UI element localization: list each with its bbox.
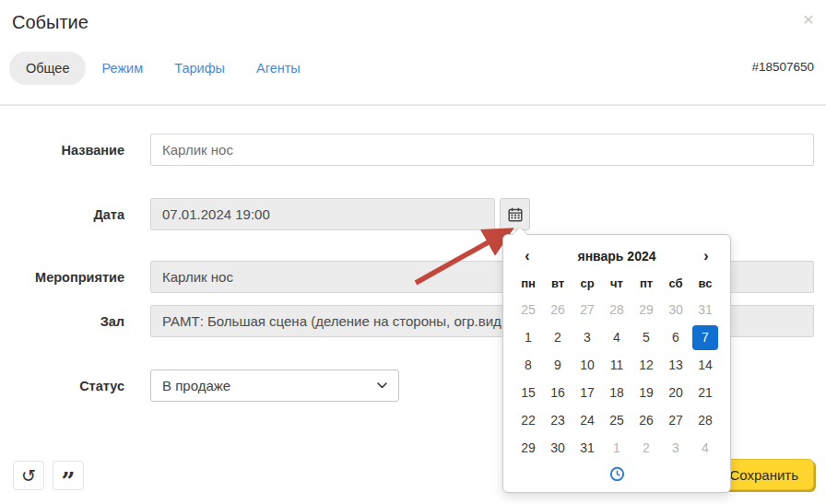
calendar-day[interactable]: 30 xyxy=(543,434,572,462)
calendar-day[interactable]: 2 xyxy=(631,434,661,462)
status-label: Статус xyxy=(0,379,124,393)
status-selected-value: В продаже xyxy=(162,378,230,393)
prev-month-icon[interactable]: ‹ xyxy=(513,248,542,264)
calendar-day[interactable]: 30 xyxy=(661,296,690,323)
calendar-day[interactable]: 3 xyxy=(661,434,690,462)
calendar-day[interactable]: 11 xyxy=(602,351,631,379)
hall-label: Зал xyxy=(0,314,124,329)
calendar-day[interactable]: 1 xyxy=(602,434,631,462)
calendar-weekday: сб xyxy=(661,272,690,296)
calendar-toggle-button[interactable] xyxy=(500,198,530,230)
history-button[interactable]: ↺ xyxy=(13,461,44,490)
comment-button[interactable]: ” xyxy=(53,461,84,490)
date-label: Дата xyxy=(0,207,124,222)
dialog-header: Событие × ОбщееРежимТарифыАгенты #185076… xyxy=(0,0,826,106)
chevron-down-icon xyxy=(377,382,387,389)
name-row: Название xyxy=(0,134,814,166)
tab-bar: ОбщееРежимТарифыАгенты xyxy=(9,52,316,85)
tab-general[interactable]: Общее xyxy=(9,52,86,85)
calendar-day[interactable]: 23 xyxy=(543,406,572,434)
calendar-day[interactable]: 29 xyxy=(513,434,543,462)
calendar-day[interactable]: 26 xyxy=(543,296,572,323)
event-label: Мероприятие xyxy=(0,270,124,285)
calendar-day[interactable]: 24 xyxy=(572,406,602,434)
calendar-day[interactable]: 19 xyxy=(631,379,661,406)
calendar-day[interactable]: 5 xyxy=(631,323,661,351)
calendar-day[interactable]: 4 xyxy=(690,434,720,462)
calendar-day[interactable]: 1 xyxy=(513,323,543,351)
month-title: январь 2024 xyxy=(542,249,691,264)
calendar-day-selected[interactable]: 7 xyxy=(690,323,720,351)
calendar-day[interactable]: 25 xyxy=(513,296,543,323)
event-id-badge: #18507650 xyxy=(751,60,814,74)
calendar-day[interactable]: 13 xyxy=(661,351,690,379)
calendar-day[interactable]: 2 xyxy=(543,323,572,351)
calendar-day[interactable]: 6 xyxy=(661,323,690,351)
next-month-icon[interactable]: › xyxy=(691,248,721,264)
tab-tariffs[interactable]: Тарифы xyxy=(159,61,241,76)
name-label: Название xyxy=(0,143,124,158)
calendar-day[interactable]: 17 xyxy=(572,379,602,406)
calendar-day[interactable]: 15 xyxy=(513,379,543,406)
calendar-day[interactable]: 25 xyxy=(602,406,631,434)
calendar-day[interactable]: 26 xyxy=(631,406,661,434)
tab-mode[interactable]: Режим xyxy=(86,61,159,76)
clock-icon xyxy=(609,466,625,482)
calendar-day[interactable]: 8 xyxy=(513,351,543,379)
datepicker-popup: ‹ январь 2024 › пнвтсрчтптсбвс 252627282… xyxy=(502,234,731,493)
calendar-day[interactable]: 31 xyxy=(690,296,720,323)
close-icon[interactable]: × xyxy=(803,9,814,29)
calendar-day[interactable]: 22 xyxy=(513,406,543,434)
date-input[interactable] xyxy=(150,198,495,230)
calendar-weekday: ср xyxy=(572,272,602,296)
calendar-weekday: пн xyxy=(513,272,543,296)
calendar-day[interactable]: 31 xyxy=(572,434,602,462)
calendar-day[interactable]: 28 xyxy=(690,406,720,434)
calendar-day[interactable]: 16 xyxy=(543,379,572,406)
page-title: Событие xyxy=(12,12,88,33)
calendar-day[interactable]: 28 xyxy=(602,296,631,323)
time-picker-toggle[interactable] xyxy=(513,462,721,487)
calendar-day[interactable]: 14 xyxy=(690,351,720,379)
calendar-day[interactable]: 10 xyxy=(572,351,602,379)
status-select[interactable]: В продаже xyxy=(150,369,399,402)
calendar-day[interactable]: 20 xyxy=(661,379,690,406)
tab-agents[interactable]: Агенты xyxy=(241,61,316,76)
calendar-day[interactable]: 29 xyxy=(631,296,661,323)
calendar-weekday: вс xyxy=(690,272,720,296)
calendar-day[interactable]: 21 xyxy=(690,379,720,406)
calendar-weekday: вт xyxy=(543,272,572,296)
history-icon: ↺ xyxy=(21,467,36,485)
day-grid: 2526272829303112345678910111213141516171… xyxy=(513,296,721,462)
date-row: Дата xyxy=(0,198,814,230)
quote-icon: ” xyxy=(62,467,76,484)
calendar-day[interactable]: 12 xyxy=(631,351,661,379)
calendar-day[interactable]: 9 xyxy=(543,351,572,379)
calendar-day[interactable]: 18 xyxy=(602,379,631,406)
calendar-weekday: пт xyxy=(631,272,661,296)
footer-tools: ↺ ” xyxy=(13,461,84,490)
calendar-icon xyxy=(508,207,523,222)
datepicker-header: ‹ январь 2024 › xyxy=(513,244,721,268)
calendar-day[interactable]: 27 xyxy=(661,406,690,434)
calendar-day[interactable]: 27 xyxy=(572,296,602,323)
calendar-weekday: чт xyxy=(602,272,631,296)
weekday-row: пнвтсрчтптсбвс xyxy=(513,272,721,296)
calendar-day[interactable]: 3 xyxy=(572,323,602,351)
calendar-day[interactable]: 4 xyxy=(602,323,631,351)
name-input[interactable] xyxy=(150,134,814,166)
